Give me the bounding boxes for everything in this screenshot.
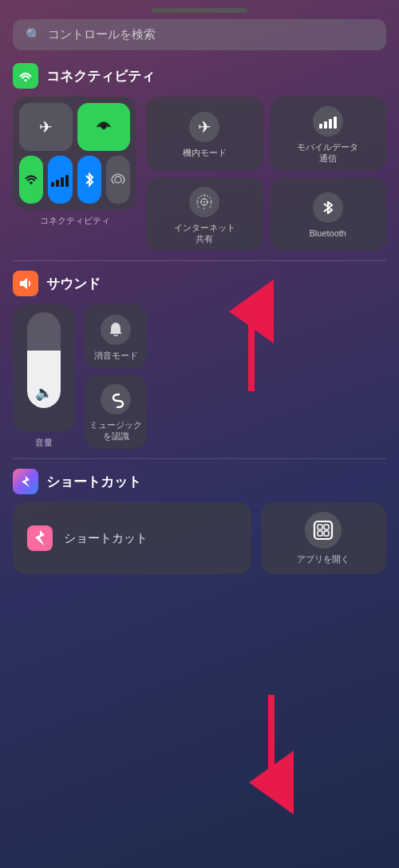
divider-1 bbox=[13, 260, 386, 261]
svg-rect-12 bbox=[318, 531, 322, 536]
cellular-widget-icon bbox=[51, 172, 69, 187]
divider-2 bbox=[13, 458, 386, 459]
internet-share-ctrl-btn[interactable]: インターネット共有 bbox=[146, 177, 263, 252]
volume-fill: 🔈 bbox=[27, 351, 61, 408]
search-placeholder: コントロールを検索 bbox=[48, 27, 156, 42]
volume-track: 🔈 bbox=[27, 312, 61, 408]
mute-btn[interactable]: 消音モード bbox=[85, 304, 147, 368]
airplane-ctrl-btn[interactable]: ✈ 機内モード bbox=[146, 97, 263, 171]
shazam-wrapper: ミュージックを認識 bbox=[85, 375, 147, 449]
shortcuts-app-icon bbox=[26, 524, 54, 553]
volume-widget-wrapper: 🔈 音量 bbox=[13, 304, 75, 449]
open-app-btn[interactable]: アプリを開く bbox=[261, 502, 386, 574]
bluetooth-label: Bluetooth bbox=[310, 228, 346, 239]
airdrop-icon bbox=[110, 172, 126, 188]
wifi-icon bbox=[23, 172, 39, 188]
airplane-ctrl-label: 機内モード bbox=[183, 147, 227, 158]
bluetooth-widget-icon bbox=[83, 172, 96, 188]
sound-right-buttons: 消音モード ミュージックを認識 bbox=[85, 304, 147, 449]
airplane-symbol: ✈ bbox=[198, 117, 211, 137]
cellular-bars-icon bbox=[319, 114, 337, 129]
svg-point-0 bbox=[25, 79, 27, 81]
svg-rect-9 bbox=[314, 521, 332, 539]
sound-header: サウンド bbox=[13, 271, 386, 296]
shazam-btn[interactable]: ミュージックを認識 bbox=[85, 375, 147, 449]
airplane-ctrl-icon: ✈ bbox=[189, 112, 219, 142]
open-app-icon bbox=[305, 512, 342, 549]
sound-grid: 🔈 音量 消音モード bbox=[13, 304, 386, 449]
bluetooth-widget-btn[interactable] bbox=[77, 156, 101, 204]
svg-rect-11 bbox=[324, 525, 329, 529]
internet-share-icon bbox=[189, 187, 219, 217]
shortcuts-section-icon bbox=[13, 469, 38, 494]
connectivity-icon-svg bbox=[18, 69, 33, 83]
connectivity-widget-inner: ✈ bbox=[13, 97, 136, 210]
cellular-widget-btn[interactable] bbox=[48, 156, 72, 204]
svg-rect-10 bbox=[318, 525, 322, 529]
hotspot-btn[interactable] bbox=[77, 103, 131, 151]
cellular-ctrl-icon bbox=[313, 106, 343, 137]
connectivity-widget: ✈ bbox=[13, 97, 136, 227]
shortcuts-title: ショートカット bbox=[46, 473, 141, 491]
svg-point-3 bbox=[115, 176, 121, 183]
mute-wrapper: 消音モード bbox=[85, 304, 147, 368]
sound-section: サウンド 🔈 音量 bbox=[13, 271, 386, 449]
shortcuts-app-label: ショートカット bbox=[64, 531, 148, 546]
connectivity-section-icon bbox=[13, 63, 38, 89]
internet-share-label: インターネット共有 bbox=[174, 222, 235, 245]
connectivity-grid: ✈ bbox=[13, 97, 386, 251]
widget-top-row: ✈ bbox=[19, 103, 130, 151]
cellular-ctrl-btn[interactable]: モバイルデータ通信 bbox=[270, 97, 387, 171]
hotspot-icon bbox=[95, 118, 113, 136]
shazam-label: ミュージックを認識 bbox=[89, 419, 142, 442]
bell-icon bbox=[108, 321, 124, 339]
shortcuts-grid: ショートカット アプリを開く bbox=[13, 502, 386, 574]
share-link-icon bbox=[196, 193, 213, 211]
volume-widget[interactable]: 🔈 bbox=[13, 304, 75, 432]
svg-point-2 bbox=[30, 181, 33, 184]
sound-icon-svg bbox=[18, 276, 33, 291]
sound-title: サウンド bbox=[46, 275, 101, 293]
airdrop-widget-btn[interactable] bbox=[106, 156, 130, 204]
sound-section-icon bbox=[13, 271, 38, 296]
open-app-symbol bbox=[313, 520, 334, 541]
bluetooth-ctrl-icon bbox=[313, 192, 343, 223]
connectivity-section: コネクティビティ ✈ bbox=[13, 63, 386, 251]
airplane-mode-btn[interactable]: ✈ bbox=[19, 103, 73, 151]
airplane-icon: ✈ bbox=[39, 117, 53, 137]
connectivity-right-grid: ✈ 機内モード モバイルデータ通信 bbox=[146, 97, 386, 251]
search-icon: 🔍 bbox=[26, 27, 41, 42]
bluetooth-symbol bbox=[322, 199, 334, 216]
widget-bottom-row bbox=[19, 156, 130, 204]
mute-icon bbox=[101, 315, 131, 345]
mute-label: 消音モード bbox=[94, 350, 138, 361]
svg-marker-7 bbox=[20, 278, 27, 289]
cellular-ctrl-label: モバイルデータ通信 bbox=[297, 141, 358, 164]
shortcuts-app-btn[interactable]: ショートカット bbox=[13, 502, 251, 574]
search-bar[interactable]: 🔍 コントロールを検索 bbox=[13, 19, 386, 50]
volume-label: 音量 bbox=[13, 437, 75, 449]
phone-notch bbox=[152, 8, 247, 13]
bluetooth-ctrl-btn[interactable]: Bluetooth bbox=[270, 177, 387, 252]
volume-speaker-icon: 🔈 bbox=[35, 384, 53, 402]
connectivity-title: コネクティビティ bbox=[46, 67, 155, 85]
shortcuts-section: ショートカット ショートカット bbox=[13, 469, 386, 574]
connectivity-widget-label: コネクティビティ bbox=[13, 215, 136, 227]
wifi-btn[interactable] bbox=[19, 156, 43, 204]
shazam-s-icon bbox=[107, 390, 124, 408]
shortcuts-header: ショートカット bbox=[13, 469, 386, 494]
open-app-label: アプリを開く bbox=[297, 553, 350, 565]
shazam-icon bbox=[101, 384, 131, 414]
svg-rect-13 bbox=[324, 531, 329, 536]
connectivity-header: コネクティビティ bbox=[13, 63, 386, 89]
shortcuts-icon-svg bbox=[18, 474, 33, 489]
shortcuts-symbol bbox=[27, 525, 53, 551]
